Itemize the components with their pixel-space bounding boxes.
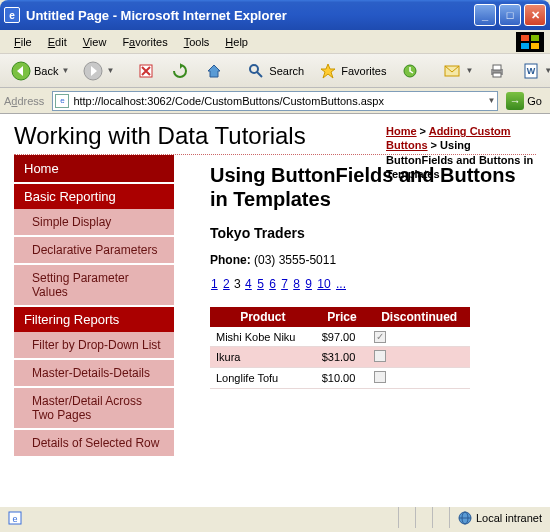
svg-rect-1 [531,35,539,41]
address-url: http://localhost:3062/Code/CustomButtons… [73,95,384,107]
star-icon [318,61,338,81]
pager-2[interactable]: 2 [223,277,230,291]
nav-item-master-details-details[interactable]: Master-Details-Details [14,360,174,388]
cell-discontinued [368,368,470,389]
print-button[interactable] [482,58,512,84]
nav-home[interactable]: Home [14,155,174,182]
mail-dropdown-icon: ▼ [465,66,473,75]
status-zone: Local intranet [449,507,550,528]
go-label: Go [527,95,542,107]
menu-favorites[interactable]: Favorites [114,34,175,50]
nav-group-basic-reporting[interactable]: Basic Reporting [14,184,174,209]
favorites-label: Favorites [341,65,386,77]
breadcrumb-home[interactable]: Home [386,125,417,137]
checkbox-icon [374,331,386,343]
nav-item-filter-dropdown[interactable]: Filter by Drop-Down List [14,332,174,360]
products-table: Product Price Discontinued Mishi Kobe Ni… [210,307,470,389]
col-price: Price [316,307,369,327]
address-label: Address [4,95,48,107]
search-icon [246,61,266,81]
sidebar: Home Basic Reporting Simple Display Decl… [14,155,174,458]
pager-6[interactable]: 6 [269,277,276,291]
go-button[interactable]: → Go [502,91,546,111]
nav-item-master-detail-two-pages[interactable]: Master/Detail Across Two Pages [14,388,174,430]
pager-7[interactable]: 7 [281,277,288,291]
svg-text:e: e [12,514,17,524]
table-row: Mishi Kobe Niku $97.00 [210,327,470,347]
history-button[interactable] [395,58,425,84]
main-content: Using ButtonFields and Buttons in Templa… [174,155,536,458]
cell-price: $31.00 [316,347,369,368]
nav-item-setting-parameter-values[interactable]: Setting Parameter Values [14,265,174,307]
back-button[interactable]: Back ▼ [6,58,74,84]
edit-button[interactable]: W▼ [516,58,550,84]
svg-line-8 [257,72,262,77]
svg-rect-3 [531,43,539,49]
favorites-button[interactable]: Favorites [313,58,391,84]
refresh-icon [170,61,190,81]
pager-5[interactable]: 5 [257,277,264,291]
page-content: Working with Data Tutorials Home > Addin… [0,114,550,506]
svg-rect-13 [493,73,501,77]
nav-item-declarative-parameters[interactable]: Declarative Parameters [14,237,174,265]
menubar: File Edit View Favorites Tools Help [0,30,550,54]
back-icon [11,61,31,81]
col-product: Product [210,307,316,327]
checkbox-icon [374,371,386,383]
refresh-button[interactable] [165,58,195,84]
pager-8[interactable]: 8 [293,277,300,291]
search-button[interactable]: Search [241,58,309,84]
mail-button[interactable]: ▼ [437,58,478,84]
nav-item-simple-display[interactable]: Simple Display [14,209,174,237]
back-label: Back [34,65,58,77]
toolbar: Back ▼ ▼ Search Favorites ▼ W▼ [0,54,550,88]
menu-view[interactable]: View [75,34,115,50]
forward-icon [83,61,103,81]
back-dropdown-icon: ▼ [61,66,69,75]
search-label: Search [269,65,304,77]
pager-4[interactable]: 4 [245,277,252,291]
stop-icon [136,61,156,81]
close-button[interactable]: ✕ [524,4,546,26]
status-zone-label: Local intranet [476,512,542,524]
col-discontinued: Discontinued [368,307,470,327]
svg-text:W: W [527,66,536,76]
menu-help[interactable]: Help [217,34,256,50]
mail-icon [442,61,462,81]
svg-rect-12 [493,65,501,70]
address-field[interactable]: e http://localhost:3062/Code/CustomButto… [52,91,498,111]
svg-rect-0 [521,35,529,41]
nav-group-filtering-reports[interactable]: Filtering Reports [14,307,174,332]
address-dropdown-icon[interactable]: ▼ [487,96,495,105]
pager-more[interactable]: ... [336,277,346,291]
page-icon: e [55,94,69,108]
menu-edit[interactable]: Edit [40,34,75,50]
home-button[interactable] [199,58,229,84]
pager-9[interactable]: 9 [305,277,312,291]
cell-product: Longlife Tofu [210,368,316,389]
history-icon [400,61,420,81]
menu-file[interactable]: File [6,34,40,50]
pager: 1 2 3 4 5 6 7 8 9 10 ... [210,277,536,291]
pager-10[interactable]: 10 [317,277,330,291]
home-icon [204,61,224,81]
forward-button[interactable]: ▼ [78,58,119,84]
nav-item-details-selected-row[interactable]: Details of Selected Row [14,430,174,458]
menu-tools[interactable]: Tools [176,34,218,50]
cell-product: Ikura [210,347,316,368]
phone-label: Phone: [210,253,251,267]
cell-discontinued [368,327,470,347]
pager-1[interactable]: 1 [211,277,218,291]
edit-dropdown-icon: ▼ [544,66,550,75]
window-title: Untitled Page - Microsoft Internet Explo… [26,8,474,23]
minimize-button[interactable]: _ [474,4,496,26]
status-bar: e Local intranet [0,506,550,528]
table-row: Ikura $31.00 [210,347,470,368]
breadcrumb: Home > Adding Custom Buttons > Using But… [386,124,536,181]
window-buttons: _ □ ✕ [474,4,546,26]
stop-button[interactable] [131,58,161,84]
edit-icon: W [521,61,541,81]
print-icon [487,61,507,81]
status-page-icon: e [0,507,30,528]
maximize-button[interactable]: □ [499,4,521,26]
